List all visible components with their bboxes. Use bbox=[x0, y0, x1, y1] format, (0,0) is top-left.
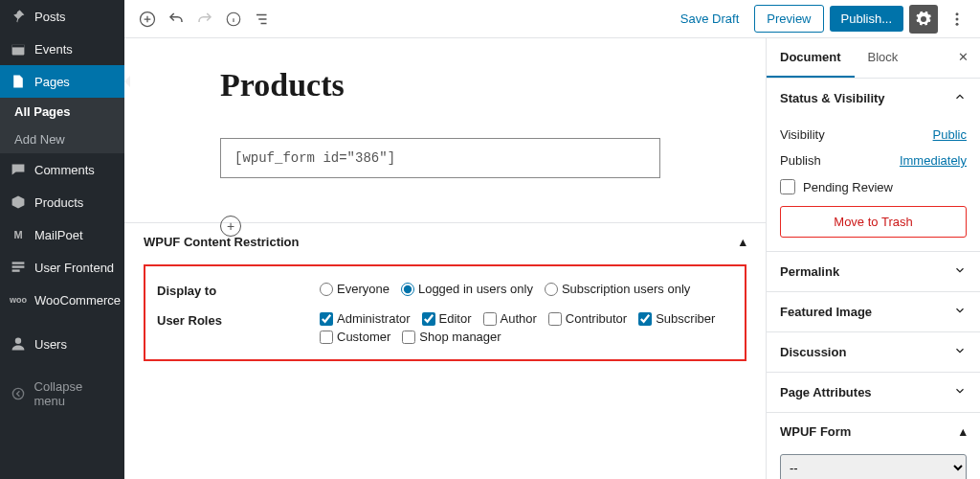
display-option-subscription[interactable]: Subscription users only bbox=[545, 282, 690, 296]
box-icon bbox=[10, 194, 27, 211]
radio-subscription[interactable] bbox=[545, 283, 558, 296]
sidebar-item-label: Products bbox=[34, 195, 83, 210]
svg-point-6 bbox=[12, 388, 23, 399]
page-title[interactable]: Products bbox=[220, 67, 746, 103]
chevron-up-icon bbox=[953, 90, 967, 106]
role-editor[interactable]: Editor bbox=[422, 311, 472, 326]
block-editor: Products [wpuf_form id="386"] + WPUF Con… bbox=[124, 38, 766, 479]
section-page-attributes[interactable]: Page Attributes bbox=[767, 373, 980, 412]
role-contributor[interactable]: Contributor bbox=[548, 311, 627, 326]
chevron-up-icon: ▴ bbox=[740, 235, 746, 249]
visibility-value[interactable]: Public bbox=[933, 127, 967, 142]
chevron-down-icon bbox=[953, 384, 967, 400]
section-wpuf-form[interactable]: WPUF Form ▴ bbox=[767, 413, 980, 450]
sidebar-item-posts[interactable]: Posts bbox=[0, 0, 124, 33]
user-icon bbox=[10, 335, 27, 353]
radio-everyone[interactable] bbox=[320, 283, 333, 296]
chevron-down-icon bbox=[953, 263, 967, 280]
section-featured-image[interactable]: Featured Image bbox=[767, 292, 980, 331]
sidebar-item-comments[interactable]: Comments bbox=[0, 153, 124, 186]
outline-button[interactable] bbox=[249, 6, 276, 33]
publish-value[interactable]: Immediately bbox=[900, 153, 967, 168]
add-block-inline-button[interactable]: + bbox=[220, 216, 241, 237]
sidebar-item-label: Posts bbox=[34, 10, 66, 24]
sidebar-item-label: User Frontend bbox=[34, 261, 114, 275]
sidebar-item-products[interactable]: Products bbox=[0, 186, 124, 218]
pending-review-checkbox[interactable] bbox=[780, 179, 795, 194]
role-author[interactable]: Author bbox=[483, 311, 537, 326]
main-area: Save Draft Preview Publish... Products [… bbox=[124, 0, 980, 479]
info-button[interactable] bbox=[220, 6, 247, 33]
preview-button[interactable]: Preview bbox=[754, 5, 823, 33]
sidebar-item-label: Users bbox=[34, 337, 67, 352]
move-to-trash-button[interactable]: Move to Trash bbox=[780, 206, 967, 238]
sidebar-item-woocommerce[interactable]: woo WooCommerce bbox=[0, 284, 124, 316]
user-roles-options: Administrator Editor Author Contributor … bbox=[320, 311, 733, 344]
sidebar-item-label: Events bbox=[34, 42, 73, 57]
checkbox-contributor[interactable] bbox=[548, 312, 562, 326]
checkbox-administrator[interactable] bbox=[320, 312, 333, 326]
svg-rect-2 bbox=[12, 262, 25, 263]
more-options-button[interactable] bbox=[944, 6, 970, 33]
svg-rect-9 bbox=[256, 13, 267, 15]
calendar-icon bbox=[10, 40, 27, 57]
wpuf-restriction-metabox: WPUF Content Restriction ▴ Display to Ev… bbox=[124, 222, 766, 361]
user-roles-label: User Roles bbox=[157, 311, 320, 328]
undo-button[interactable] bbox=[163, 6, 189, 33]
comment-icon bbox=[10, 161, 27, 178]
section-status-visibility[interactable]: Status & Visibility bbox=[767, 79, 980, 118]
sidebar-item-label: Pages bbox=[34, 75, 70, 89]
redo-button[interactable] bbox=[191, 6, 218, 33]
tab-block[interactable]: Block bbox=[855, 38, 912, 78]
sidebar-item-label: MailPoet bbox=[34, 228, 83, 242]
checkbox-subscriber[interactable] bbox=[638, 312, 652, 326]
chevron-up-icon: ▴ bbox=[960, 424, 967, 439]
sidebar-sub-add-new[interactable]: Add New bbox=[0, 125, 124, 153]
role-administrator[interactable]: Administrator bbox=[320, 311, 411, 326]
publish-label: Publish bbox=[780, 153, 821, 168]
visibility-label: Visibility bbox=[780, 127, 825, 142]
sidebar-sub-all-pages[interactable]: All Pages bbox=[0, 98, 124, 125]
sidebar-item-user-frontend[interactable]: User Frontend bbox=[0, 251, 124, 284]
close-panel-button[interactable]: ✕ bbox=[947, 38, 980, 78]
collapse-menu[interactable]: Collapse menu bbox=[0, 372, 124, 416]
collapse-label: Collapse menu bbox=[34, 379, 115, 408]
checkbox-shop-manager[interactable] bbox=[402, 331, 415, 344]
display-option-everyone[interactable]: Everyone bbox=[320, 282, 390, 296]
display-to-label: Display to bbox=[157, 282, 320, 298]
svg-rect-3 bbox=[12, 265, 25, 267]
collapse-icon bbox=[10, 385, 27, 402]
wpuf-form-select[interactable]: -- bbox=[780, 454, 967, 479]
sidebar-item-pages[interactable]: Pages bbox=[0, 65, 124, 98]
pin-icon bbox=[10, 8, 27, 25]
page-icon bbox=[10, 73, 27, 90]
woo-icon: woo bbox=[10, 291, 27, 308]
svg-point-5 bbox=[15, 338, 21, 344]
checkbox-customer[interactable] bbox=[320, 331, 333, 344]
role-subscriber[interactable]: Subscriber bbox=[638, 311, 715, 326]
save-draft-button[interactable]: Save Draft bbox=[671, 6, 748, 32]
add-block-button[interactable] bbox=[134, 6, 161, 33]
publish-button[interactable]: Publish... bbox=[830, 6, 903, 32]
radio-logged-in[interactable] bbox=[401, 283, 414, 296]
checkbox-editor[interactable] bbox=[422, 312, 435, 326]
pending-review-label: Pending Review bbox=[803, 180, 893, 194]
sidebar-item-events[interactable]: Events bbox=[0, 33, 124, 65]
tab-document[interactable]: Document bbox=[767, 38, 855, 78]
sidebar-item-label: Comments bbox=[34, 163, 95, 177]
role-customer[interactable]: Customer bbox=[320, 330, 390, 344]
sidebar-item-users[interactable]: Users bbox=[0, 328, 124, 360]
sidebar-item-mailpoet[interactable]: M MailPoet bbox=[0, 218, 124, 251]
shortcode-block[interactable]: [wpuf_form id="386"] bbox=[220, 138, 660, 178]
display-to-options: Everyone Logged in users only Subscripti… bbox=[320, 282, 733, 296]
svg-point-12 bbox=[956, 12, 959, 15]
svg-rect-1 bbox=[12, 44, 25, 47]
role-shop-manager[interactable]: Shop manager bbox=[402, 330, 501, 344]
sidebar-item-label: WooCommerce bbox=[34, 293, 121, 308]
display-option-logged-in[interactable]: Logged in users only bbox=[401, 282, 533, 296]
section-permalink[interactable]: Permalink bbox=[767, 252, 980, 291]
checkbox-author[interactable] bbox=[483, 312, 497, 326]
section-discussion[interactable]: Discussion bbox=[767, 332, 980, 372]
settings-toggle[interactable] bbox=[909, 5, 938, 34]
admin-sidebar: Posts Events Pages All Pages Add New Com… bbox=[0, 0, 124, 479]
